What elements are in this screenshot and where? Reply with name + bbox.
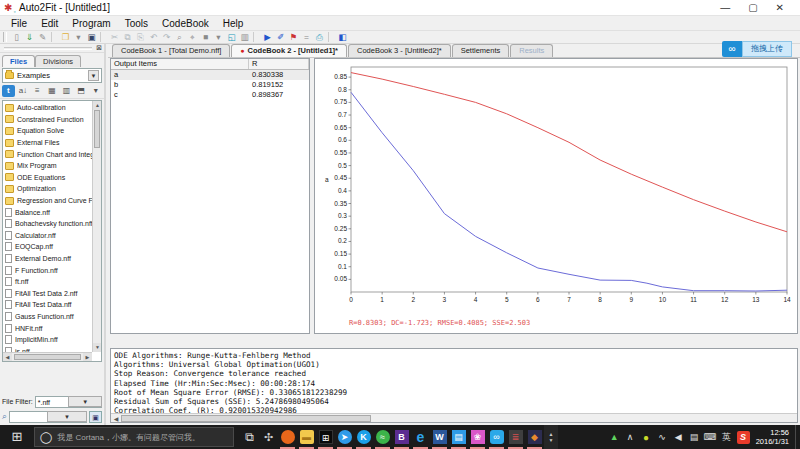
file-list-item[interactable]: ImplicitMin.nff — [3, 334, 92, 346]
pen-icon[interactable]: ✐ — [274, 31, 287, 43]
ime-indicator[interactable]: 英 — [719, 431, 734, 444]
document-tab[interactable]: ●CodeBook 3 - [Untitled2]* — [348, 44, 451, 57]
view-dropdown-icon[interactable]: ▾ — [89, 85, 102, 97]
sort-az-icon[interactable]: a↓ — [17, 85, 30, 97]
separator[interactable] — [253, 32, 259, 42]
search-dropdown-icon[interactable]: ▼ — [47, 411, 87, 422]
document-tab[interactable]: ●CodeBook 2 - [Untitled1]* — [231, 44, 347, 57]
open-folder-icon[interactable]: ❐ — [59, 31, 72, 43]
messaging-icon[interactable]: ▤ — [449, 425, 468, 449]
column-header-r[interactable]: R — [249, 59, 309, 69]
table-row[interactable]: c 0.898367 — [111, 90, 309, 100]
menu-item[interactable]: Help — [216, 16, 251, 31]
word-icon[interactable]: W — [430, 425, 449, 449]
file-list-item[interactable]: Regression and Curve Fit — [3, 195, 92, 207]
chat-icon[interactable]: ▤ — [687, 432, 702, 442]
separator[interactable] — [100, 32, 106, 42]
sogou-icon[interactable]: S — [737, 431, 750, 444]
file-list-item[interactable]: Auto-calibration — [3, 102, 92, 114]
xunlei-icon[interactable]: ➤ — [335, 425, 354, 449]
vertical-scrollbar[interactable]: ▲ ▼ — [92, 101, 101, 352]
show-desktop-button[interactable] — [795, 425, 800, 449]
baidu-cloud-icon[interactable]: ∞ — [487, 425, 506, 449]
winrar-icon[interactable]: ≣ — [506, 425, 525, 449]
restore-button[interactable]: ▢ — [748, 1, 757, 15]
file-list-item[interactable]: Balance.nff — [3, 206, 92, 218]
new-icon[interactable]: ▯ — [10, 31, 23, 43]
pinwheel-icon[interactable]: ✣ — [259, 425, 278, 449]
table-row[interactable]: a 0.830338 — [111, 70, 309, 80]
orange-app-icon[interactable]: ◆ — [525, 425, 544, 449]
toolbar-grip[interactable] — [3, 32, 7, 42]
find-next-icon[interactable]: ⌖ — [186, 31, 199, 43]
paste-icon[interactable]: ⎘ — [134, 31, 147, 43]
separator[interactable] — [51, 32, 57, 42]
photos-icon[interactable]: ❀ — [468, 425, 487, 449]
speaker-icon[interactable]: ◀ — [671, 432, 686, 442]
grid-view-icon[interactable]: ▦ — [46, 85, 59, 97]
scroll-down-icon[interactable]: ▼ — [93, 343, 102, 352]
document-tab[interactable]: ●CodeBook 1 - [Total Demo.nff] — [112, 44, 230, 57]
scroll-thumb[interactable] — [94, 110, 100, 148]
wifi-icon[interactable]: ▲ — [607, 432, 622, 442]
print-icon[interactable]: ⎙ — [313, 31, 326, 43]
kugou-icon[interactable]: K — [354, 425, 373, 449]
file-list-item[interactable]: F Function.nff — [3, 264, 92, 276]
minimize-button[interactable]: — — [720, 1, 730, 15]
fill-icon[interactable]: ■ — [199, 31, 212, 43]
exit-icon[interactable]: ◧ — [336, 31, 349, 43]
fill-dropdown-icon[interactable]: ▾ — [212, 31, 225, 43]
document-tab[interactable]: ●Results — [510, 44, 553, 57]
run-icon[interactable]: ▶ — [261, 31, 274, 43]
horizontal-scrollbar[interactable]: ◀ ▶ — [3, 352, 92, 361]
menu-item[interactable]: Edit — [34, 16, 65, 31]
keyboard-icon[interactable]: ⌨ — [703, 432, 718, 442]
folder-combo-dropdown-icon[interactable]: ▼ — [88, 70, 99, 81]
scroll-thumb[interactable] — [14, 354, 81, 360]
scroll-up-icon[interactable]: ▲ — [93, 101, 102, 110]
start-button[interactable]: ⊞ — [0, 425, 34, 449]
firefox-icon[interactable] — [278, 425, 297, 449]
file-list-item[interactable]: External Files — [3, 137, 92, 149]
filter-dropdown-icon[interactable]: ▼ — [68, 396, 102, 407]
file-list-item[interactable]: ODE Equations — [3, 172, 92, 184]
edge-icon[interactable]: e — [411, 425, 430, 449]
find-icon[interactable]: ⌕ — [173, 31, 186, 43]
document-tab[interactable]: ●Settlements — [452, 44, 510, 57]
flag-icon[interactable]: ⚑ — [287, 31, 300, 43]
file-list-item[interactable]: HNFit.nff — [3, 322, 92, 334]
file-list-item[interactable]: Function Chart and Integration — [3, 148, 92, 160]
file-list-item[interactable]: External Demo.nff — [3, 253, 92, 265]
equals-icon[interactable]: = — [300, 31, 313, 43]
cut-icon[interactable]: ✂ — [108, 31, 121, 43]
column-header-output-items[interactable]: Output Items — [111, 59, 249, 69]
sidebar-tab[interactable]: Files — [2, 55, 35, 67]
copy-icon[interactable]: ⧉ — [121, 31, 134, 43]
taskbar-overflow-arrows[interactable]: ▲▼ — [544, 425, 558, 449]
sidebar-close-icon[interactable]: ⊠ — [96, 44, 104, 52]
open-dropdown-icon[interactable]: ▾ — [72, 31, 85, 43]
close-button[interactable]: ✕ — [776, 1, 784, 15]
file-list-item[interactable]: Optimization — [3, 183, 92, 195]
open-import-icon[interactable]: ⇓ — [23, 31, 36, 43]
file-list-item[interactable]: Calculator.nff — [3, 230, 92, 242]
drag-upload-button[interactable]: ∞ 拖拽上传 — [722, 41, 792, 57]
blend-icon[interactable]: B — [392, 425, 411, 449]
log-horizontal-scrollbar[interactable]: ◀ — [111, 413, 797, 422]
chart-view-icon[interactable]: ◱ — [225, 31, 238, 43]
file-filter-combo[interactable]: *.nff ▼ — [35, 396, 102, 408]
file-list-item[interactable]: Bohachevsky function.nff — [3, 218, 92, 230]
undo-icon[interactable]: ↶ — [147, 31, 160, 43]
scroll-right-icon[interactable]: ▶ — [83, 353, 92, 361]
details-view-icon[interactable]: ▥ — [60, 85, 73, 97]
save-icon[interactable]: ▣ — [85, 31, 98, 43]
scroll-thumb[interactable] — [121, 415, 371, 422]
file-list-item[interactable]: Constrained Function — [3, 114, 92, 126]
file-list-item[interactable]: FitAll Test Data.nff — [3, 299, 92, 311]
search-input[interactable]: ▼ — [9, 411, 87, 423]
wifi-360-icon[interactable]: ≈ — [373, 425, 392, 449]
file-list-item[interactable]: Mix Program — [3, 160, 92, 172]
file-list-item[interactable]: Gauss Function.nff — [3, 311, 92, 323]
edit-page-icon[interactable]: ✎ — [36, 31, 49, 43]
file-list-item[interactable]: EOQCap.nff — [3, 241, 92, 253]
